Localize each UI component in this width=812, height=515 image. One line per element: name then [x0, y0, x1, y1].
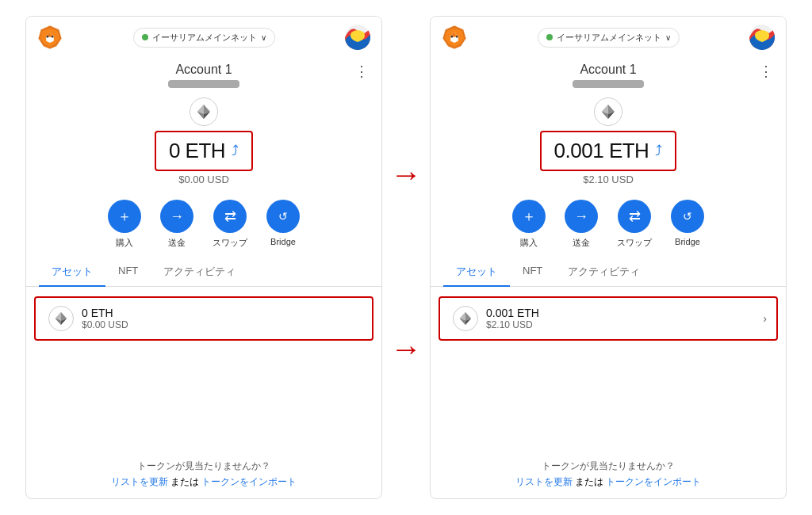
import-token-link-after[interactable]: トークンをインポート — [606, 476, 701, 487]
buy-button-before[interactable]: ＋ — [108, 200, 141, 233]
buy-group-before: ＋ 購入 — [108, 200, 141, 249]
balance-usd-before: $0.00 USD — [178, 174, 229, 185]
chart-icon-after[interactable]: ⤴ — [655, 143, 662, 159]
tabs-before: アセット NFT アクティビティ — [26, 258, 381, 287]
arrows-container: → → — [382, 151, 430, 364]
balance-box-before: 0 ETH ⤴ — [155, 131, 253, 171]
eth-icon-after — [594, 97, 622, 126]
token-footer-text-after: トークンが見当たりませんか？ — [542, 460, 675, 473]
tab-nft-after[interactable]: NFT — [510, 258, 555, 287]
network-chevron-before: ∨ — [261, 33, 266, 42]
buy-label-after: 購入 — [520, 237, 538, 249]
send-group-after: → 送金 — [565, 200, 598, 249]
header-after: イーサリアムメインネット ∨ — [431, 17, 786, 58]
tab-assets-before[interactable]: アセット — [39, 258, 105, 287]
send-label-after: 送金 — [573, 237, 590, 249]
token-footer-sep-after: または — [573, 476, 607, 487]
account-section-before: Account 1 ⋮ — [26, 58, 381, 91]
panel-after: イーサリアムメインネット ∨ Account 1 ⋮ — [430, 16, 787, 499]
token-footer-before: トークンが見当たりませんか？ リストを更新 または トークンをインポート — [26, 450, 381, 498]
header-before: イーサリアムメインネット ∨ — [26, 17, 381, 58]
bridge-label-before: Bridge — [270, 237, 296, 246]
svg-point-21 — [451, 36, 454, 38]
action-buttons-after: ＋ 購入 → 送金 ⇄ スワップ ↺ Bridge — [431, 189, 786, 255]
svg-point-6 — [52, 36, 54, 38]
token-footer-after: トークンが見当たりませんか？ リストを更新 または トークンをインポート — [431, 450, 786, 498]
avatar-after[interactable] — [749, 25, 775, 50]
balance-eth-after: 0.001 ETH — [554, 139, 649, 163]
account-address-before — [168, 80, 239, 88]
more-button-after[interactable]: ⋮ — [759, 63, 773, 80]
tab-nft-before[interactable]: NFT — [105, 258, 151, 287]
panel-before: イーサリアムメインネット ∨ Account 1 ⋮ — [25, 16, 382, 499]
svg-point-5 — [47, 36, 49, 38]
chart-icon-before[interactable]: ⤴ — [232, 143, 239, 159]
avatar-before[interactable] — [345, 25, 370, 50]
swap-button-after[interactable]: ⇄ — [618, 200, 651, 233]
asset-eth-diamond-before — [54, 311, 68, 326]
bridge-button-after[interactable]: ↺ — [671, 200, 704, 233]
send-button-before[interactable]: → — [160, 200, 193, 233]
metamask-fox-logo — [37, 25, 63, 50]
account-name-after: Account 1 — [580, 63, 636, 77]
svg-point-22 — [456, 36, 458, 38]
balance-section-before: 0 ETH ⤴ $0.00 USD — [26, 91, 381, 189]
bridge-group-after: ↺ Bridge — [671, 200, 704, 249]
asset-item-eth-after[interactable]: 0.001 ETH $2.10 USD › — [439, 296, 778, 341]
account-name-before: Account 1 — [175, 63, 232, 77]
refresh-list-link-after[interactable]: リストを更新 — [515, 476, 573, 487]
bridge-group-before: ↺ Bridge — [266, 200, 300, 249]
asset-list-before: 0 ETH $0.00 USD — [26, 287, 381, 350]
import-token-link-before[interactable]: トークンをインポート — [201, 476, 297, 487]
swap-label-after: スワップ — [617, 237, 652, 249]
asset-arrow: → — [390, 333, 422, 364]
asset-item-eth-before[interactable]: 0 ETH $0.00 USD — [34, 296, 373, 341]
buy-button-after[interactable]: ＋ — [512, 200, 546, 233]
eth-diamond-after — [600, 104, 616, 120]
network-pill-before[interactable]: イーサリアムメインネット ∨ — [133, 28, 275, 48]
balance-section-after: 0.001 ETH ⤴ $2.10 USD — [431, 91, 786, 189]
asset-eth-icon-before — [48, 306, 74, 331]
chevron-icon-after: › — [763, 312, 767, 325]
network-dot-before — [142, 34, 148, 40]
asset-info-before: 0 ETH $0.00 USD — [82, 307, 128, 330]
tabs-after: アセット NFT アクティビティ — [431, 258, 786, 287]
eth-diamond-before — [196, 104, 212, 120]
token-footer-sep-before: または — [168, 476, 202, 487]
asset-eth-amount-after: 0.001 ETH — [486, 307, 539, 319]
token-footer-links-before: リストを更新 または トークンをインポート — [111, 475, 297, 489]
tab-activity-before[interactable]: アクティビティ — [151, 258, 248, 287]
send-button-after[interactable]: → — [565, 200, 598, 233]
asset-usd-before: $0.00 USD — [82, 319, 128, 330]
token-footer-text-before: トークンが見当たりませんか？ — [137, 460, 270, 473]
swap-group-after: ⇄ スワップ — [617, 200, 652, 249]
network-dot-after — [546, 34, 553, 40]
network-pill-after[interactable]: イーサリアムメインネット ∨ — [538, 28, 680, 48]
swap-button-before[interactable]: ⇄ — [213, 200, 247, 233]
swap-label-before: スワップ — [213, 237, 247, 249]
bridge-label-after: Bridge — [675, 237, 700, 246]
network-label-after: イーサリアムメインネット — [557, 32, 661, 44]
bridge-button-before[interactable]: ↺ — [266, 200, 300, 233]
balance-box-after: 0.001 ETH ⤴ — [540, 131, 677, 171]
panels-container: イーサリアムメインネット ∨ Account 1 ⋮ — [0, 0, 812, 515]
balance-eth-before: 0 ETH — [169, 139, 225, 163]
account-address-after — [573, 80, 644, 88]
tab-assets-after[interactable]: アセット — [443, 258, 510, 287]
token-footer-links-after: リストを更新 または トークンをインポート — [515, 475, 702, 489]
balance-arrow: → — [390, 158, 422, 190]
action-buttons-before: ＋ 購入 → 送金 ⇄ スワップ ↺ Bridge — [26, 189, 381, 255]
asset-eth-diamond-after — [458, 311, 473, 326]
main-wrapper: イーサリアムメインネット ∨ Account 1 ⋮ — [0, 0, 812, 515]
asset-list-after: 0.001 ETH $2.10 USD › — [431, 287, 786, 350]
metamask-fox-logo-after — [442, 25, 467, 50]
more-button-before[interactable]: ⋮ — [354, 63, 369, 80]
refresh-list-link-before[interactable]: リストを更新 — [111, 476, 168, 487]
eth-icon-before — [190, 97, 218, 126]
asset-usd-after: $2.10 USD — [486, 319, 539, 330]
buy-group-after: ＋ 購入 — [512, 200, 546, 249]
network-chevron-after: ∨ — [665, 33, 671, 42]
tab-activity-after[interactable]: アクティビティ — [555, 258, 653, 287]
buy-label-before: 購入 — [116, 237, 133, 249]
network-label-before: イーサリアムメインネット — [152, 32, 257, 44]
